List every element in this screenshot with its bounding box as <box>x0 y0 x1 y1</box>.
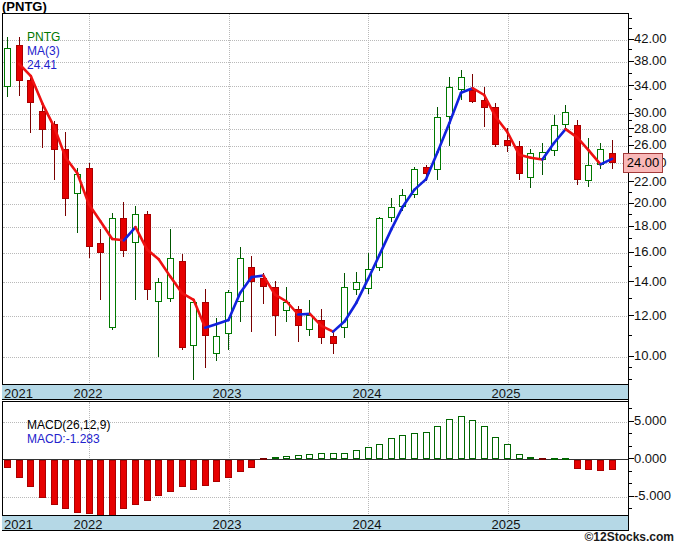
macd-bar-negative <box>609 460 616 470</box>
date-axis-band-lower: 20212022202320242025 <box>2 515 628 531</box>
candle-down <box>51 124 58 149</box>
macd-bar-positive <box>318 453 325 459</box>
macd-bar-negative <box>86 460 93 514</box>
price-tick-label: 22.00 <box>634 174 667 189</box>
macd-bar-negative <box>144 460 151 501</box>
price-gridline <box>3 204 628 205</box>
year-label: 2025 <box>484 386 528 400</box>
price-gridline <box>3 253 628 254</box>
year-label: 2025 <box>484 517 528 531</box>
price-minor-tick <box>628 99 632 100</box>
candle-up <box>155 282 162 302</box>
page-title: (PNTG) <box>2 0 47 14</box>
macd-bar-negative <box>225 460 232 478</box>
price-gridline <box>3 40 628 41</box>
macd-bar-positive <box>365 447 372 459</box>
macd-bar-positive <box>423 432 430 459</box>
candle-down <box>609 153 616 163</box>
price-tick-label: 18.00 <box>634 218 667 233</box>
macd-bar-negative <box>190 460 197 489</box>
candle-down <box>318 320 325 338</box>
price-tick-label: 28.00 <box>634 121 667 136</box>
year-label: 2023 <box>205 517 249 531</box>
candle-up <box>411 169 418 195</box>
macd-overlay-legend: MACD(26,12,9) MACD:-1.283 <box>7 404 120 460</box>
candle-up <box>585 165 592 181</box>
year-label: 2023 <box>205 386 249 400</box>
price-tick-label: 14.00 <box>634 274 667 289</box>
candle-down <box>179 261 186 348</box>
price-axis-line <box>628 13 629 531</box>
candle-down <box>120 218 127 251</box>
year-label: 2022 <box>66 517 110 531</box>
macd-dash <box>260 458 267 460</box>
year-label: 2024 <box>345 517 389 531</box>
macd-bar-negative <box>179 460 186 487</box>
price-tick-label: 38.00 <box>634 53 667 68</box>
macd-bar-negative <box>120 460 127 509</box>
candle-down <box>295 309 302 326</box>
candle-up <box>109 218 116 327</box>
price-minor-tick <box>628 335 632 336</box>
price-gridline <box>3 227 628 228</box>
macd-bar-negative <box>237 460 244 472</box>
price-gridline <box>3 62 628 63</box>
candle-wick <box>100 229 101 300</box>
price-gridline <box>3 129 628 130</box>
candle-down <box>62 149 69 199</box>
price-tick-label: 10.00 <box>634 348 667 363</box>
price-gridline <box>3 282 628 283</box>
macd-bar-negative <box>39 460 46 498</box>
macd-bar-negative <box>27 460 34 487</box>
macd-minor-tick <box>628 483 632 484</box>
candle-up <box>551 125 558 151</box>
price-chart-panel: PNTG MA(3) 24.41 <box>2 13 628 384</box>
macd-minor-tick <box>628 508 632 509</box>
last-price-badge: 24.00 <box>623 153 663 173</box>
price-tick-label: 20.00 <box>634 195 667 210</box>
stock-chart-page: (PNTG) PNTG MA(3) 24.41 2021202220232024… <box>0 0 680 546</box>
price-gridline <box>3 316 628 317</box>
candle-down <box>86 168 93 248</box>
price-minor-tick <box>628 192 632 193</box>
macd-bar-positive <box>388 438 395 459</box>
year-label: 2024 <box>345 386 389 400</box>
candle-up <box>74 174 81 194</box>
macd-bar-positive <box>504 444 511 459</box>
price-minor-tick <box>628 28 632 29</box>
price-tick-label: 26.00 <box>634 137 667 152</box>
candle-up <box>213 336 220 355</box>
year-label: 2021 <box>4 517 48 531</box>
ma3-line <box>3 14 628 384</box>
macd-value-label: MACD:-1.283 <box>27 432 100 446</box>
macd-minor-tick <box>628 446 632 447</box>
macd-bar-positive <box>492 437 499 460</box>
macd-bar-positive <box>330 453 337 459</box>
macd-bar-positive <box>306 454 313 459</box>
macd-bar-negative <box>597 460 604 471</box>
candle-up <box>365 269 372 289</box>
macd-bar-positive <box>469 420 476 459</box>
price-minor-tick <box>628 214 632 215</box>
macd-bar-negative <box>97 460 104 515</box>
candle-up <box>341 287 348 328</box>
price-minor-tick <box>628 120 632 121</box>
macd-bar-negative <box>62 460 69 509</box>
price-gridline <box>3 357 628 358</box>
macd-params-label: MACD(26,12,9) <box>27 418 110 432</box>
macd-bar-negative <box>74 460 81 513</box>
macd-bar-positive <box>272 457 279 460</box>
candle-down <box>516 146 523 174</box>
candle-up <box>190 302 197 346</box>
price-minor-tick <box>628 49 632 50</box>
macd-bar-positive <box>295 455 302 459</box>
macd-bar-negative <box>16 460 23 477</box>
year-label: 2022 <box>66 386 110 400</box>
candle-up <box>167 258 174 298</box>
macd-bar-positive <box>434 426 441 460</box>
price-minor-tick <box>628 18 632 19</box>
price-minor-tick <box>628 238 632 239</box>
candle-down <box>97 243 104 253</box>
price-tick-label: 34.00 <box>634 78 667 93</box>
macd-tick-label: 5.000 <box>634 413 667 428</box>
